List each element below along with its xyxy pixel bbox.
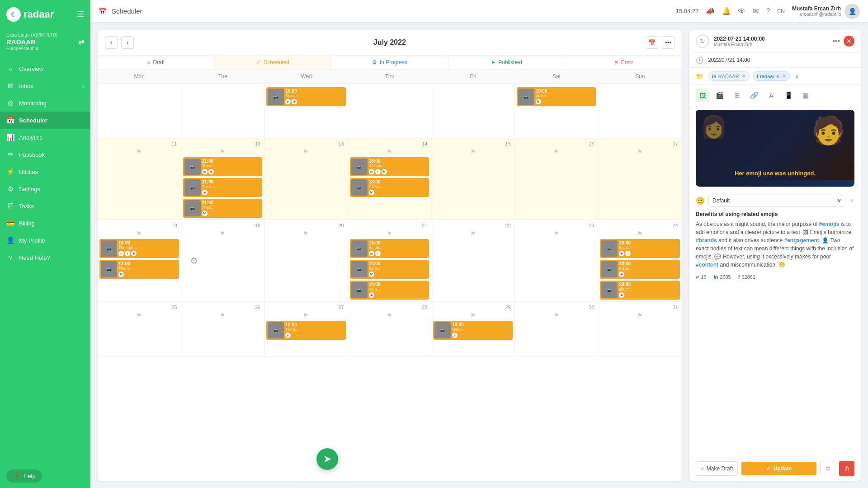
calendar-cell-0-1[interactable] — [181, 84, 265, 138]
calendar-cell-3-3[interactable]: 28⚑ — [348, 302, 432, 356]
linkedin-remove-button[interactable]: ✕ — [742, 73, 746, 79]
post-card[interactable]: 📷20:00Insta...◉f — [600, 239, 680, 258]
post-description: Ther... — [202, 184, 261, 189]
post-card[interactable]: 📷14:00As o...🐦 — [350, 260, 429, 279]
sidebar: ☾ radaar ☰ Extra Large (AS/MP/LTD) RADAA… — [0, 0, 90, 488]
sidebar-item-need-help[interactable]: ? Need Help? — [0, 249, 90, 266]
hamburger-icon[interactable]: ☰ — [77, 9, 84, 19]
post-card[interactable]: 📷20:00Insta...◉ — [600, 260, 680, 279]
calendar-cell-3-2[interactable]: 27⚑📷12:00TikTo...in — [264, 302, 348, 356]
switch-account-icon[interactable]: ⇄ — [78, 38, 84, 46]
post-card[interactable]: 📷14:00As ob...inf — [350, 239, 429, 258]
tone-dropdown[interactable]: Default ∨ — [708, 195, 845, 206]
prev-month-button[interactable]: ‹ — [105, 36, 118, 49]
status-scheduled[interactable]: ✓ Scheduled — [215, 56, 332, 69]
post-card[interactable]: 📷13:00The righ...inf◉ — [99, 239, 179, 258]
calendar-cell-0-0[interactable] — [98, 84, 181, 138]
grid-type-button[interactable]: ⊞ — [730, 89, 744, 102]
link-type-button[interactable]: 🔗 — [747, 89, 761, 102]
sidebar-item-passbook[interactable]: ✏ Passbook — [0, 146, 90, 163]
calendar-cell-2-3[interactable]: 21⚑📷14:00As ob...inf📷14:00As o...🐦📷14:00… — [348, 220, 432, 301]
post-card[interactable]: 📷19:00With i...🐦 — [517, 87, 596, 106]
sidebar-item-settings[interactable]: ⚙ Settings — [0, 180, 90, 197]
create-post-fab[interactable]: ➤ — [316, 448, 338, 470]
tone-clear-button[interactable]: ✕ — [849, 197, 854, 204]
layout-type-button[interactable]: ▦ — [799, 89, 812, 102]
video-type-button[interactable]: 🎬 — [713, 89, 726, 102]
calendar-cell-3-4[interactable]: 29⚑📷19:00We n...in — [431, 302, 515, 356]
filter-icon[interactable]: ⚙ — [190, 255, 198, 266]
update-button[interactable]: ✓ Update — [741, 462, 816, 475]
copy-button[interactable]: ⧉ — [820, 461, 835, 476]
calendar-more-button[interactable]: ••• — [662, 36, 675, 49]
sidebar-item-tasks[interactable]: ☑ Tasks — [0, 197, 90, 215]
calendar-cell-1-5[interactable]: 16⚑ — [515, 138, 599, 220]
mail-icon[interactable]: ✉ — [753, 7, 759, 15]
mobile-type-button[interactable]: 📱 — [782, 89, 795, 102]
refresh-icon[interactable]: ↻ — [696, 34, 709, 48]
status-draft[interactable]: ○ Draft — [98, 56, 215, 69]
help-button[interactable]: ❓ Help — [6, 469, 42, 483]
calendar-cell-3-1[interactable]: 26⚑ — [181, 302, 265, 356]
detail-more-button[interactable]: ••• — [832, 37, 840, 45]
post-card[interactable]: 📷13:00The ri...🐦 — [99, 260, 179, 279]
linkedin-tag[interactable]: in RADAAR ✕ — [708, 71, 750, 81]
calendar-cell-0-4[interactable] — [431, 84, 515, 138]
megaphone-icon[interactable]: 📣 — [706, 7, 715, 15]
question-icon[interactable]: ? — [766, 7, 770, 15]
language-selector[interactable]: EN — [777, 8, 785, 14]
post-card[interactable]: 📷12:00TikTo...in — [266, 321, 346, 340]
calendar-cell-0-2[interactable]: 📷15:00Socia...in◉ — [264, 84, 348, 138]
post-card[interactable]: 📷21:00Ther...🐦 — [183, 199, 263, 218]
expand-networks-button[interactable]: ∨ — [795, 73, 799, 80]
calendar-cell-3-0[interactable]: 25⚑ — [98, 302, 181, 356]
calendar-cell-2-4[interactable]: 22⚑ — [431, 220, 515, 301]
calendar-cell-0-3[interactable] — [348, 84, 432, 138]
calendar-cell-2-6[interactable]: 24⚑📷20:00Insta...◉f📷20:00Insta...◉📷20:00… — [598, 220, 682, 301]
text-type-button[interactable]: A — [764, 89, 778, 102]
calendar-cell-0-6[interactable] — [598, 84, 682, 138]
bell-icon[interactable]: 🔔 — [722, 7, 731, 15]
calendar-cell-1-1[interactable]: 12⚑📷21:00There...in◉📷21:00Ther...◉📷21:00… — [181, 138, 265, 220]
sidebar-item-billing[interactable]: 💳 Billing — [0, 215, 90, 232]
post-card[interactable]: 📷18:00A blo...🐦 — [350, 178, 429, 197]
calendar-cell-2-5[interactable]: 23⚑ — [515, 220, 599, 301]
calendar-cell-1-0[interactable]: 11⚑ — [98, 138, 181, 220]
calendar-cell-2-0[interactable]: 18⚑📷13:00The righ...inf◉📷13:00The ri...🐦 — [98, 220, 181, 301]
calendar-cell-0-5[interactable]: 📷19:00With i...🐦 — [515, 84, 599, 138]
facebook-remove-button[interactable]: ✕ — [782, 73, 786, 79]
calendar-cell-1-3[interactable]: 14⚑📷18:00A bloom...inf🐦📷18:00A blo...🐦 — [348, 138, 432, 220]
post-card[interactable]: 📷21:00There...in◉ — [183, 157, 263, 176]
post-card[interactable]: 📷20:00@dih...◉ — [600, 281, 680, 300]
post-card[interactable]: 📷14:00As o...◉ — [350, 281, 429, 300]
sidebar-item-analytics[interactable]: 📊 Analytics — [0, 129, 90, 146]
calendar-cell-2-2[interactable]: 20⚑ — [264, 220, 348, 301]
next-month-button[interactable]: › — [121, 36, 134, 49]
calendar-cell-1-2[interactable]: 13⚑ — [264, 138, 348, 220]
eye-icon[interactable]: 👁 — [738, 7, 745, 15]
status-error[interactable]: ✕ Error — [565, 56, 682, 69]
sidebar-item-inbox[interactable]: ✉ Inbox ‹ — [0, 77, 90, 94]
calendar-cell-1-4[interactable]: 15⚑ — [431, 138, 515, 220]
post-card[interactable]: 📷21:00Ther...◉ — [183, 178, 263, 197]
post-card[interactable]: 📷19:00We n...in — [433, 321, 513, 340]
delete-button[interactable]: 🗑 — [839, 461, 854, 476]
facebook-tag[interactable]: f radaar.io ✕ — [753, 71, 790, 81]
user-avatar[interactable]: 👤 — [844, 4, 860, 19]
sidebar-item-scheduler[interactable]: 📅 Scheduler — [0, 112, 90, 129]
calendar-cell-1-6[interactable]: 17⚑ — [598, 138, 682, 220]
image-type-button[interactable]: 🖼 — [696, 89, 709, 102]
post-card[interactable]: 📷15:00Socia...in◉ — [266, 87, 346, 106]
post-card[interactable]: 📷18:00A bloom...inf🐦 — [350, 157, 429, 176]
detail-close-button[interactable]: ✕ — [844, 36, 854, 47]
make-draft-button[interactable]: ○ Make Draft — [696, 461, 738, 476]
status-inprogress[interactable]: ⚙ In Progress — [331, 56, 448, 69]
calendar-cell-3-5[interactable]: 30⚑ — [515, 302, 599, 356]
sidebar-item-utilities[interactable]: ⚡ Utilities — [0, 163, 90, 180]
sidebar-item-overview[interactable]: ○ Overview — [0, 60, 90, 77]
calendar-cell-3-6[interactable]: 31⚑ — [598, 302, 682, 356]
sidebar-item-monitoring[interactable]: ◎ Monitoring — [0, 94, 90, 112]
status-published[interactable]: ➤ Published — [448, 56, 566, 69]
sidebar-item-my-profile[interactable]: 👤 My Profile — [0, 232, 90, 249]
calendar-view-button[interactable]: 📅 — [646, 36, 658, 49]
